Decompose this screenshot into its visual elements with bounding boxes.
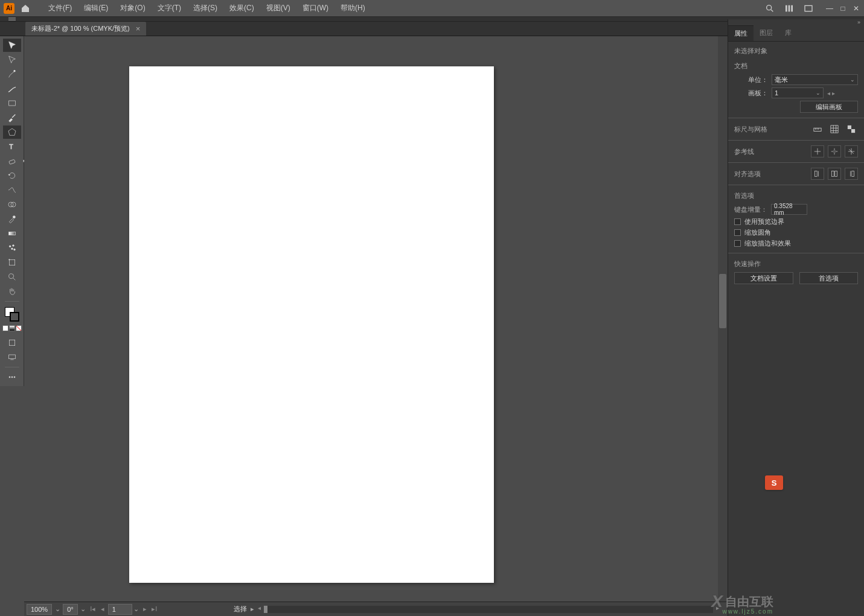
artboard-prev-icon[interactable]: ◂ (827, 90, 830, 97)
artboard-number-field[interactable]: 1 (108, 604, 132, 615)
tab-layers[interactable]: 图层 (754, 25, 779, 41)
transparency-grid-icon[interactable] (845, 123, 858, 135)
pen-tool[interactable] (3, 68, 21, 81)
next-artboard-icon[interactable]: ▸ (141, 605, 149, 614)
gradient-tool[interactable] (3, 227, 21, 240)
menu-type[interactable]: 文字(T) (152, 3, 187, 13)
svg-point-0 (767, 5, 772, 10)
color-gradient-icon[interactable] (9, 325, 15, 331)
units-select[interactable]: 毫米⌄ (772, 74, 858, 85)
chk-preview-bounds[interactable]: 使用预览边界 (734, 217, 858, 226)
menu-help[interactable]: 帮助(H) (334, 3, 371, 13)
color-none-icon[interactable] (16, 325, 22, 331)
rotate-dropdown-icon[interactable]: ⌄ (80, 605, 86, 613)
type-tool[interactable]: T (3, 140, 21, 153)
fill-stroke-swatch[interactable] (5, 307, 19, 322)
kbd-increment-input[interactable]: 0.3528 mm (771, 204, 807, 215)
kbd-increment-label: 键盘增量： (734, 205, 767, 214)
maximize-button[interactable]: □ (839, 4, 847, 13)
document-tab[interactable]: 未标题-2* @ 100 % (CMYK/预览) × (25, 22, 146, 36)
last-artboard-icon[interactable]: ▸I (150, 605, 159, 614)
curvature-tool[interactable] (3, 82, 21, 95)
workspace-icon[interactable] (802, 2, 814, 14)
svg-rect-50 (815, 171, 818, 177)
arrange-icon[interactable] (783, 2, 795, 14)
hand-tool[interactable] (3, 285, 21, 298)
options-handle-icon[interactable] (8, 17, 16, 21)
chk-scale-strokes-box[interactable] (734, 240, 741, 247)
document-setup-button[interactable]: 文档设置 (734, 272, 793, 284)
artboard-dropdown-icon[interactable]: ⌄ (133, 605, 139, 613)
screen-mode-tool[interactable] (3, 351, 21, 364)
section-align: 对齐选项 (734, 170, 807, 179)
h-scrollbar-thumb[interactable] (264, 606, 267, 613)
selection-tool[interactable] (3, 39, 21, 52)
menu-effect[interactable]: 效果(C) (223, 3, 260, 13)
stroke-color[interactable] (10, 312, 19, 322)
zoom-field[interactable]: 100% (27, 604, 52, 615)
draw-mode-tool[interactable] (3, 336, 21, 349)
snap-pixel-icon[interactable] (811, 168, 824, 180)
symbol-sprayer-tool[interactable] (3, 241, 21, 255)
panel-collapse-icon[interactable]: » (728, 19, 864, 25)
search-icon[interactable] (764, 2, 776, 14)
shape-builder-tool[interactable] (3, 198, 21, 211)
menu-select[interactable]: 选择(S) (187, 3, 223, 13)
grid-icon[interactable] (828, 123, 841, 135)
eraser-tool[interactable] (3, 154, 21, 168)
paintbrush-tool[interactable] (3, 111, 21, 124)
direct-selection-tool[interactable] (3, 53, 21, 66)
close-tab-icon[interactable]: × (136, 24, 141, 33)
close-window-button[interactable]: ✕ (852, 4, 860, 13)
shape-tool-active[interactable] (3, 125, 21, 139)
eyedropper-tool[interactable] (3, 212, 21, 226)
artboard-next-icon[interactable]: ▸ (832, 90, 835, 97)
zoom-tool[interactable] (3, 270, 21, 284)
menu-window[interactable]: 窗口(W) (296, 3, 334, 13)
scrollbar-thumb[interactable] (719, 274, 726, 328)
chk-scale-corners-box[interactable] (734, 229, 741, 236)
tab-properties[interactable]: 属性 (728, 25, 754, 41)
snap-grid-icon[interactable] (845, 168, 858, 180)
chk-scale-strokes[interactable]: 缩放描边和效果 (734, 239, 858, 248)
artboard-tool[interactable] (3, 256, 21, 269)
rotate-field[interactable]: 0° (63, 604, 78, 615)
svg-rect-15 (8, 232, 15, 235)
preferences-button[interactable]: 首选项 (799, 272, 859, 284)
smart-guide-icon[interactable] (845, 145, 858, 157)
menu-edit[interactable]: 编辑(E) (78, 3, 114, 13)
horizontal-scrollbar[interactable] (264, 606, 713, 613)
menu-view[interactable]: 视图(V) (260, 3, 296, 13)
first-artboard-icon[interactable]: I◂ (89, 605, 97, 614)
guide-lock-icon[interactable] (828, 145, 841, 157)
ime-indicator[interactable]: S (765, 475, 783, 490)
home-icon[interactable] (18, 1, 33, 16)
vertical-scrollbar[interactable] (718, 36, 728, 602)
width-tool[interactable] (3, 183, 21, 197)
svg-rect-52 (832, 171, 834, 177)
tab-libraries[interactable]: 库 (779, 25, 798, 41)
chk-scale-corners[interactable]: 缩放圆角 (734, 228, 858, 237)
guide-show-icon[interactable] (811, 145, 824, 157)
snap-point-icon[interactable] (828, 168, 841, 180)
svg-rect-3 (789, 5, 790, 11)
zoom-dropdown-icon[interactable]: ⌄ (54, 605, 60, 613)
canvas-area[interactable] (24, 36, 728, 602)
menu-file[interactable]: 文件(F) (42, 3, 78, 13)
artboard[interactable] (129, 66, 494, 583)
menu-object[interactable]: 对象(O) (114, 3, 151, 13)
rotate-tool[interactable] (3, 169, 21, 182)
svg-point-14 (13, 216, 15, 218)
color-solid-icon[interactable] (2, 325, 8, 331)
rectangle-tool[interactable] (3, 97, 21, 110)
window-controls: — □ ✕ (825, 4, 860, 13)
chk-preview-bounds-box[interactable] (734, 218, 741, 225)
minimize-button[interactable]: — (825, 4, 834, 13)
svg-rect-2 (786, 5, 787, 11)
status-mode-dropdown-icon[interactable]: ▸ (249, 605, 255, 613)
artboard-select[interactable]: 1⌄ (772, 87, 824, 98)
prev-artboard-icon[interactable]: ◂ (98, 605, 107, 614)
edit-toolbar-button[interactable] (3, 370, 21, 384)
ruler-icon[interactable] (811, 123, 824, 135)
edit-artboards-button[interactable]: 编辑画板 (800, 101, 858, 113)
